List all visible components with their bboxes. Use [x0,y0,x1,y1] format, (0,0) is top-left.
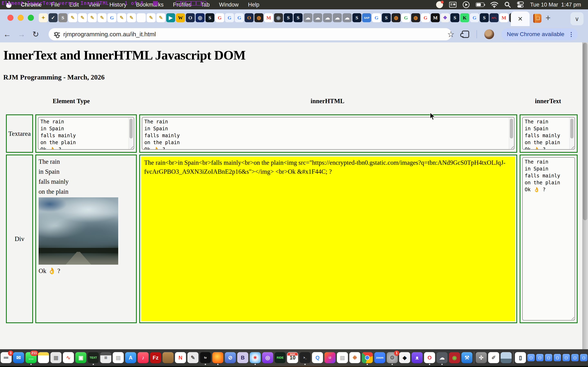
maximize-window-button[interactable] [28,15,34,21]
control-center-icon[interactable] [517,1,524,8]
dock-facetime[interactable]: ▣ [75,352,86,363]
dock-terminal[interactable]: >_ [300,352,311,363]
pinned-tab-31[interactable]: ☁ [333,13,342,22]
pinned-tab-24[interactable]: M [264,13,273,22]
pinned-tab-40[interactable]: G [421,13,430,22]
address-bar[interactable]: rjmprogramming.com.au/ih_it.html [49,28,452,40]
pinned-tab-27[interactable]: S [294,13,303,22]
pinned-tab-20[interactable]: G [225,13,234,22]
pinned-tab-41[interactable]: M [431,13,440,22]
dock-mail[interactable]: ✉ [13,352,24,363]
resize-grip-icon[interactable] [570,316,574,320]
pinned-tab-43[interactable]: S [450,13,459,22]
menu-bar-clock[interactable]: Tue 10 Mar 1:47 pm [530,2,581,8]
pinned-tab-34[interactable]: SAP [362,13,371,22]
dock-notes[interactable] [38,352,49,363]
battery-icon[interactable] [476,2,484,7]
tab-search-chevron[interactable]: ∨ [571,12,584,25]
pinned-tab-47[interactable]: AFL [490,13,499,22]
minimize-window-button[interactable] [17,15,24,21]
notification-app-icon[interactable] [436,1,443,8]
pinned-tab-48[interactable]: M [499,13,508,22]
dock-jar[interactable] [163,352,173,363]
textarea-scrollbar[interactable] [569,117,575,149]
menu-item-help[interactable]: Help [248,2,259,8]
pinned-tab-14[interactable]: ▶ [166,13,175,22]
dock-min-window-6[interactable]: ▢ [571,354,579,361]
pinned-tab-4[interactable]: ✎ [68,13,77,22]
pinned-tab-39[interactable]: ◍ [411,13,420,22]
pinned-tab-16[interactable]: O [186,13,195,22]
back-button[interactable]: ← [0,30,14,39]
forward-button[interactable]: → [14,30,29,39]
dock-code-dark[interactable]: RIDE [275,352,286,363]
textarea-scrollbar[interactable] [509,117,514,149]
pinned-tab-44[interactable]: K [460,13,469,22]
dock-document[interactable]: ▯ [515,352,526,363]
pinned-tab-22[interactable]: O [245,13,254,22]
dock-bbedit[interactable]: B [237,352,248,363]
div-innertext-textarea[interactable]: The rain in Spain falls mainly on the pl… [522,157,575,320]
close-tab-icon[interactable]: ✕ [518,15,523,22]
dock-gimp[interactable]: ✎ [187,352,199,363]
dock-min-window-5[interactable]: ▢ [562,354,570,361]
tab-book-favicon[interactable]: ❏ [533,14,541,23]
dock-inkscape[interactable]: ◆ [399,352,410,363]
pinned-tab-10[interactable]: ✎ [127,13,136,22]
pinned-tab-7[interactable]: ✎ [98,13,107,22]
dock-appstore[interactable]: A [125,352,136,363]
pinned-tab-3[interactable]: S [58,13,67,22]
pinned-tab-28[interactable]: ☁ [303,13,312,22]
dock-min-window-4[interactable]: ▢ [554,354,561,361]
new-tab-button[interactable]: + [545,14,551,22]
dock-photo[interactable] [501,352,512,363]
dock-music[interactable]: ♪ [138,352,149,363]
textarea-scrollbar[interactable] [129,117,134,149]
spotlight-search-icon[interactable] [504,1,511,8]
update-chrome-button[interactable]: New Chrome available ⋮ [502,28,578,40]
pinned-tab-2[interactable]: ✓ [49,13,58,22]
dock-podcasts[interactable]: ◎ [262,352,273,363]
menu-item-window[interactable]: Window [219,2,239,8]
dock-cat-app[interactable]: ᴥ [412,352,423,363]
keyboard-status-icon[interactable] [449,2,457,8]
pinned-tab-33[interactable]: S [352,13,361,22]
bookmark-star-icon[interactable]: ☆ [447,30,454,39]
wifi-icon[interactable] [490,2,498,8]
dock-grapher[interactable]: ∿ [63,352,74,363]
pinned-tab-38[interactable]: G [401,13,410,22]
pinned-tab-37[interactable]: ◍ [392,13,401,22]
active-tab[interactable]: ✕ [511,11,530,26]
dock-mastodon[interactable]: ☁ [437,352,448,363]
dock-xcode[interactable]: ⚒ [461,352,472,363]
dock-launchpad[interactable]: ▦ [51,352,61,363]
dock-firefox[interactable] [212,352,223,363]
dock-appletv[interactable]: tv [200,352,211,363]
pinned-tab-29[interactable]: ☁ [313,13,322,22]
pinned-tab-32[interactable]: ☁ [343,13,352,22]
pinned-tab-5[interactable]: ✎ [78,13,87,22]
dock-textedit2[interactable]: ▤ [337,352,348,363]
dock-min-window-1[interactable]: ▢ [527,354,535,361]
pinned-tab-23[interactable]: ◍ [254,13,263,22]
dock-settings[interactable]: ⚙1 [387,352,398,363]
dock-screentime[interactable]: ⊘ [225,352,236,363]
kebab-menu-icon[interactable]: ⋮ [568,31,574,38]
dock-tor[interactable]: ◉ [449,352,460,363]
source-textarea[interactable]: The rain in Spain falls mainly on the pl… [38,117,134,150]
dock-calculator[interactable]: ≡ [100,352,111,363]
dock-terminal-dark[interactable]: TEXT [88,352,99,363]
pinned-tab-36[interactable]: S [382,13,391,22]
pinned-tab-35[interactable]: G [372,13,381,22]
pinned-tab-19[interactable]: G [215,13,224,22]
pinned-tab-42[interactable]: ❖ [441,13,450,22]
pinned-tab-8[interactable]: G [107,13,116,22]
page-scrollbar[interactable] [582,42,588,349]
dock-stickies[interactable]: ✐ [488,352,499,363]
close-window-button[interactable] [7,15,13,21]
extensions-icon[interactable] [462,31,469,38]
pinned-tab-6[interactable]: ✎ [88,13,97,22]
innertext-textarea[interactable]: The rain in Spain falls mainly on the pl… [522,117,575,150]
pinned-tab-25[interactable]: ◉ [274,13,283,22]
site-settings-icon[interactable] [54,31,60,37]
